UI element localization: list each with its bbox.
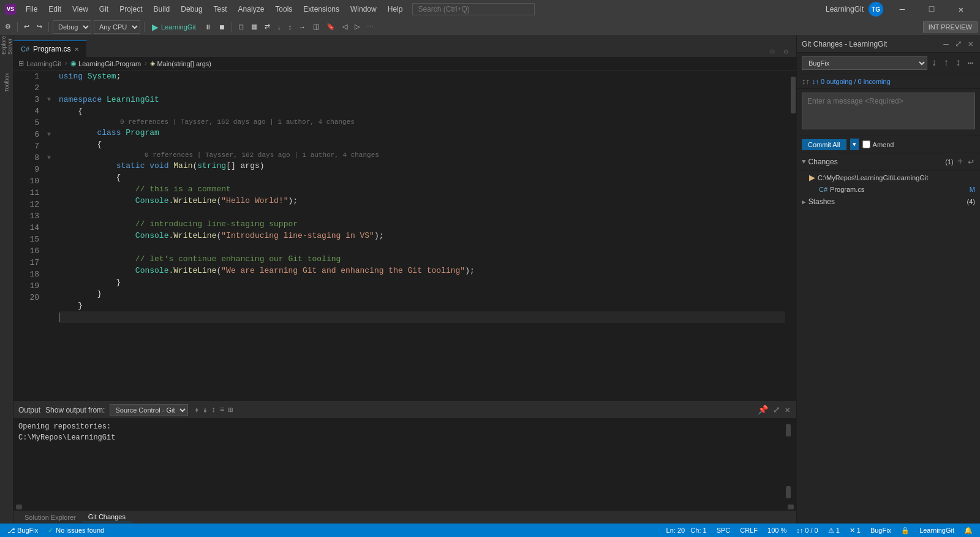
avatar[interactable]: TG — [869, 2, 883, 17]
toolbar-extra-btn7[interactable]: ◫ — [311, 21, 322, 32]
git-changes-title[interactable]: Changes — [809, 158, 943, 166]
platform-select[interactable]: Any CPU — [94, 20, 140, 34]
toolbar-extra-btn3[interactable]: ⇄ — [262, 21, 273, 32]
git-stashes-section[interactable]: ▶ Stashes (4) — [797, 195, 980, 208]
git-undock-btn[interactable]: ⤢ — [953, 39, 964, 49]
menu-help[interactable]: Help — [383, 4, 408, 15]
output-source-select[interactable]: Source Control - Git — [110, 404, 188, 416]
breadcrumb-method[interactable]: ◈ Main(string[] args) — [150, 59, 211, 67]
status-branch-right[interactable]: BugFix — [868, 527, 894, 534]
menu-window[interactable]: Window — [345, 4, 382, 15]
toolbar-extra-btn2[interactable]: ▦ — [249, 21, 260, 32]
status-notification[interactable]: 🔔 — [962, 527, 975, 535]
status-no-issues[interactable]: ✓ No issues found — [45, 527, 107, 535]
status-errors[interactable]: ✕ 1 — [847, 527, 863, 535]
collapse-btn-3[interactable]: ▼ — [44, 152, 54, 164]
menu-build[interactable]: Build — [149, 4, 175, 15]
status-lock[interactable]: 🔒 — [899, 527, 912, 535]
split-editor-btn[interactable]: ⊟ — [767, 46, 778, 57]
properties-btn[interactable]: ⚙ — [780, 46, 791, 57]
sidebar-item-server-explorer[interactable]: Server Explorer — [1, 38, 13, 50]
menu-test[interactable]: Test — [209, 4, 232, 15]
git-message-input[interactable] — [802, 93, 975, 129]
tab-close-button[interactable]: ✕ — [74, 46, 79, 53]
git-more-btn[interactable]: ⋯ — [965, 57, 975, 69]
toolbar-extra-btn6[interactable]: → — [296, 22, 308, 32]
git-stage-all-btn[interactable]: + — [956, 156, 965, 167]
git-fetch-btn[interactable]: ↓ — [930, 58, 940, 69]
maximize-button[interactable]: □ — [918, 0, 946, 18]
commit-all-button[interactable]: Commit All — [802, 139, 846, 150]
menu-file[interactable]: File — [21, 4, 42, 15]
editor-scrollbar-vertical[interactable] — [790, 70, 796, 401]
run-button[interactable]: ▶ LearningGit — [148, 21, 200, 33]
toolbar-stop-btn[interactable]: ⏹ — [216, 22, 228, 32]
debug-mode-select[interactable]: Debug — [53, 20, 91, 34]
redo-button[interactable]: ↪ — [34, 21, 45, 32]
output-btn-5[interactable]: ⊞ — [227, 404, 235, 416]
code-content[interactable]: using System; namespace LearningGit { 0 … — [54, 70, 790, 401]
status-repo-right[interactable]: LearningGit — [917, 527, 957, 534]
git-push-btn[interactable]: ↕ — [954, 58, 963, 69]
status-git-branch[interactable]: ⎇ BugFix — [5, 527, 40, 535]
status-git-sync-count[interactable]: ↕↑ 0 / 0 — [794, 527, 820, 534]
menu-analyze[interactable]: Analyze — [233, 4, 270, 15]
amend-checkbox-label[interactable]: Amend — [862, 140, 894, 148]
menu-edit[interactable]: Edit — [43, 4, 66, 15]
toolbar-extra-btn5[interactable]: ↕ — [285, 22, 294, 32]
sidebar-item-toolbox[interactable]: Toolbox — [1, 76, 13, 88]
toolbar-extra-btn8[interactable]: 🔖 — [324, 21, 337, 32]
changes-collapse-icon[interactable]: ▼ — [802, 158, 806, 166]
toolbar-extra-btn11[interactable]: ⋯ — [364, 21, 376, 32]
menu-view[interactable]: View — [67, 4, 93, 15]
commit-dropdown-button[interactable]: ▾ — [850, 139, 859, 150]
git-collapse-btn[interactable]: — — [941, 39, 950, 49]
git-folder-item[interactable]: ▶ C:\MyRepos\LearningGit\LearningGit — [797, 171, 980, 184]
breadcrumb-namespace[interactable]: ◉ LearningGit.Program — [70, 59, 141, 67]
toolbar-extra-btn10[interactable]: ▷ — [352, 21, 362, 32]
output-btn-3[interactable]: ↕ — [210, 404, 217, 416]
status-line[interactable]: Ln: 20 Ch: 1 — [664, 527, 709, 534]
collapse-btn-1[interactable]: ▼ — [44, 94, 54, 105]
toolbar-extra-btn9[interactable]: ◁ — [340, 21, 350, 32]
menu-tools[interactable]: Tools — [270, 4, 297, 15]
minimize-button[interactable]: — — [888, 0, 916, 18]
toolbar-pause-btn[interactable]: ⏸ — [202, 22, 214, 32]
output-btn-4[interactable]: ≡ — [219, 404, 226, 416]
toolbar-extra-btn[interactable]: ◻ — [236, 21, 246, 32]
tab-program-cs[interactable]: C# Program.cs ✕ — [13, 40, 87, 57]
git-panel-title: Git Changes - LearningGit — [802, 40, 939, 48]
git-branch-select[interactable]: BugFix — [802, 56, 927, 70]
collapse-btn-2[interactable]: ▼ — [44, 129, 54, 140]
menu-debug[interactable]: Debug — [176, 4, 207, 15]
tab-solution-explorer[interactable]: Solution Explorer — [18, 512, 82, 522]
close-button[interactable]: ✕ — [947, 0, 975, 18]
git-file-item[interactable]: C# Program.cs M — [797, 184, 980, 195]
status-zoom[interactable]: 100 % — [765, 527, 789, 534]
git-discard-all-btn[interactable]: ↩ — [967, 156, 975, 168]
status-encoding[interactable]: SPC — [714, 527, 733, 534]
output-btn-1[interactable]: ↟ — [193, 404, 200, 416]
amend-checkbox[interactable] — [862, 140, 870, 148]
status-warnings[interactable]: ⚠ 1 — [826, 527, 842, 535]
git-close-btn[interactable]: ✕ — [967, 39, 975, 49]
stashes-collapse-icon[interactable]: ▶ — [802, 198, 806, 206]
int-preview-button[interactable]: INT PREVIEW — [923, 21, 978, 32]
tab-git-changes[interactable]: Git Changes — [82, 512, 132, 522]
undo-button[interactable]: ↩ — [21, 21, 32, 32]
menu-extensions[interactable]: Extensions — [298, 4, 344, 15]
git-sync-link[interactable]: ↕↑ 0 outgoing / 0 incoming — [812, 78, 891, 85]
breadcrumb-project[interactable]: ⊞ LearningGit — [18, 59, 61, 67]
close-panel-btn[interactable]: ✕ — [784, 405, 791, 415]
git-pull-btn[interactable]: ↑ — [941, 58, 951, 69]
search-input[interactable] — [412, 3, 535, 15]
menu-project[interactable]: Project — [115, 4, 147, 15]
status-line-ending[interactable]: CRLF — [737, 527, 760, 534]
pin-button[interactable]: 📌 — [756, 405, 769, 415]
output-btn-2[interactable]: ↡ — [202, 404, 209, 416]
move-panel-btn[interactable]: ⤢ — [772, 405, 782, 415]
menu-git[interactable]: Git — [94, 4, 113, 15]
toolbar-extra-btn4[interactable]: ↓ — [275, 22, 284, 32]
output-scrollbar[interactable] — [785, 421, 791, 501]
output-h-scrollbar[interactable] — [13, 504, 796, 510]
